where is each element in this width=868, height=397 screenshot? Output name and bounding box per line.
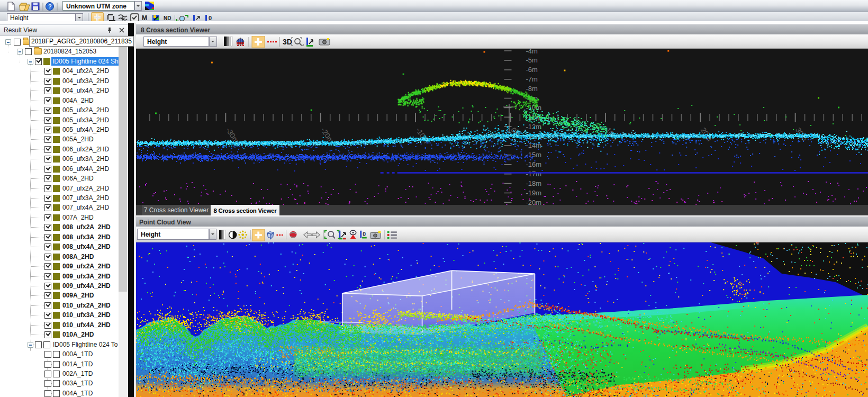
svg-text:-8m: -8m — [526, 85, 537, 93]
svg-text:M: M — [142, 14, 147, 22]
svg-text:-12m: -12m — [526, 123, 541, 131]
svg-text:3D: 3D — [283, 38, 292, 46]
svg-text:-6m: -6m — [526, 66, 537, 74]
svg-text:-18m: -18m — [526, 179, 541, 187]
svg-text:-16m: -16m — [526, 160, 541, 168]
svg-text:-20m: -20m — [526, 198, 541, 205]
svg-text:-10m: -10m — [414, 126, 431, 145]
svg-text:ND: ND — [164, 15, 171, 21]
svg-text:-7m: -7m — [526, 75, 537, 83]
svg-text:-17m: -17m — [526, 170, 541, 178]
svg-text:-19m: -19m — [526, 189, 541, 197]
svg-text:-15m: -15m — [526, 151, 541, 159]
svg-text:-4m: -4m — [526, 49, 537, 55]
svg-text:?: ? — [48, 3, 52, 10]
svg-text:-5m: -5m — [526, 56, 537, 64]
svg-text:0: 0 — [209, 15, 212, 21]
svg-text:0: 0 — [363, 231, 366, 237]
